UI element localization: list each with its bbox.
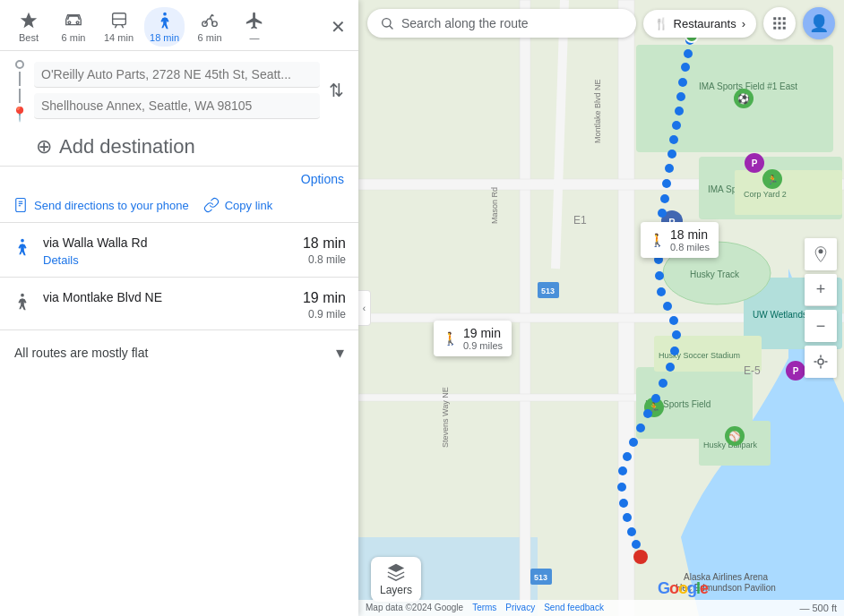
svg-point-113: [819, 249, 823, 253]
svg-point-82: [663, 302, 672, 311]
transport-mode-transit[interactable]: 14 min: [99, 7, 139, 47]
svg-point-93: [618, 466, 627, 475]
collapse-panel-button[interactable]: ‹: [358, 290, 371, 326]
zoom-out-button[interactable]: −: [805, 310, 837, 342]
svg-point-14: [21, 294, 24, 297]
footer-terms[interactable]: Terms: [472, 603, 496, 613]
route-item-2[interactable]: via Montlake Blvd NE 19 min 0.9 mile: [0, 278, 358, 330]
layers-button[interactable]: Layers: [371, 557, 421, 602]
footer-feedback[interactable]: Send feedback: [544, 603, 604, 613]
svg-point-70: [672, 121, 681, 130]
close-button[interactable]: ✕: [327, 13, 349, 41]
svg-point-67: [678, 78, 687, 87]
route-1-duration: 18 min: [303, 235, 346, 252]
add-icon: ⊕: [36, 135, 52, 158]
route-1-details-link[interactable]: Details: [43, 253, 79, 267]
user-avatar[interactable]: 👤: [803, 7, 835, 39]
svg-rect-112: [783, 27, 786, 30]
route-2-details: via Montlake Blvd NE: [43, 290, 292, 304]
flat-notice-text: All routes are mostly flat: [14, 346, 148, 360]
svg-point-68: [676, 92, 685, 101]
transport-mode-best[interactable]: Best: [9, 7, 48, 47]
svg-marker-0: [21, 13, 37, 28]
options-button[interactable]: Options: [301, 172, 344, 186]
svg-text:Husky Track: Husky Track: [690, 270, 740, 279]
swap-button[interactable]: ⇅: [325, 76, 348, 105]
svg-line-103: [390, 26, 392, 29]
svg-rect-106: [783, 17, 786, 20]
svg-text:513: 513: [541, 287, 555, 295]
send-directions-link[interactable]: Send directions to your phone: [13, 197, 189, 213]
primary-route-tooltip: 🚶 18 min 0.8 miles: [641, 222, 719, 258]
svg-point-81: [657, 287, 666, 296]
svg-text:⚾: ⚾: [728, 430, 741, 442]
secondary-route-tooltip: 🚶 19 min 0.9 miles: [434, 321, 512, 356]
add-destination-label: Add destination: [59, 135, 195, 158]
svg-point-76: [658, 209, 667, 218]
chevron-down-icon[interactable]: ▾: [336, 343, 344, 363]
walk-icon-2: [13, 292, 32, 315]
svg-point-85: [670, 346, 679, 355]
map-footer: Map data ©2024 Google Terms Privacy Send…: [358, 600, 844, 616]
svg-point-94: [617, 483, 626, 492]
route-1-time: 18 min 0.8 mile: [303, 235, 346, 266]
location-icon: [813, 354, 829, 370]
locate-me-button[interactable]: [805, 346, 837, 378]
actions-row: Send directions to your phone Copy link: [0, 192, 358, 223]
route-2-duration: 19 min: [303, 290, 346, 306]
svg-rect-104: [773, 17, 776, 20]
map-controls-right: + −: [805, 238, 837, 378]
dot-connector: [19, 72, 21, 86]
map-svg: IMA Sports Field #1 East IMA Sports Turf…: [358, 0, 844, 616]
walk-tooltip-icon: 🚶: [650, 233, 665, 247]
search-along-route[interactable]: Search along the route: [367, 9, 636, 38]
svg-rect-109: [783, 22, 786, 25]
svg-point-91: [629, 438, 638, 447]
svg-point-88: [651, 394, 660, 403]
zoom-in-button[interactable]: +: [805, 274, 837, 306]
tooltip-distance-2: 0.9 miles: [463, 340, 503, 351]
route-1-name: via Walla Walla Rd: [43, 235, 292, 250]
transport-bar: Best 6 min 14 min 18 min 6 min — ✕: [0, 0, 358, 51]
send-directions-label: Send directions to your phone: [34, 199, 189, 212]
copy-link-label: Copy link: [225, 199, 272, 212]
svg-rect-17: [618, 0, 634, 616]
streetview-button[interactable]: [805, 238, 837, 270]
svg-point-8: [211, 14, 213, 16]
svg-point-73: [665, 164, 674, 173]
origin-input[interactable]: [34, 62, 320, 88]
destination-input[interactable]: [34, 93, 320, 119]
fork-icon: 🍴: [654, 17, 668, 30]
route-item-1[interactable]: via Walla Walla Rd Details 18 min 0.8 mi…: [0, 223, 358, 278]
map-top-bar: Search along the route 🍴 Restaurants › 👤: [358, 0, 844, 47]
svg-point-92: [623, 452, 632, 461]
svg-point-89: [643, 409, 652, 418]
grid-menu-button[interactable]: [763, 7, 796, 39]
svg-point-97: [627, 527, 636, 536]
svg-text:UW Wetlands: UW Wetlands: [753, 310, 807, 320]
copy-link[interactable]: Copy link: [203, 197, 272, 213]
footer-text: Map data ©2024 Google: [366, 603, 463, 613]
transport-mode-bike[interactable]: 6 min: [190, 7, 229, 47]
transport-mode-walk[interactable]: 18 min: [144, 7, 185, 47]
svg-text:E-5: E-5: [744, 364, 761, 377]
footer-privacy[interactable]: Privacy: [505, 603, 535, 613]
add-destination[interactable]: ⊕ Add destination: [0, 130, 358, 166]
restaurants-chip[interactable]: 🍴 Restaurants ›: [643, 10, 756, 38]
svg-text:Corp Yard 2: Corp Yard 2: [744, 190, 787, 199]
svg-text:Montlake Blvd NE: Montlake Blvd NE: [593, 79, 602, 143]
transport-mode-flight[interactable]: —: [235, 7, 274, 47]
svg-text:513: 513: [534, 573, 547, 582]
route-1-details: via Walla Walla Rd Details: [43, 235, 292, 268]
svg-point-69: [675, 107, 684, 116]
layers-label: Layers: [380, 584, 412, 596]
svg-text:P: P: [752, 158, 758, 168]
svg-point-65: [684, 49, 693, 58]
left-panel: Best 6 min 14 min 18 min 6 min — ✕: [0, 0, 358, 616]
input-dots: 📍: [11, 58, 29, 123]
flat-notice[interactable]: All routes are mostly flat ▾: [0, 330, 358, 375]
map-area: IMA Sports Field #1 East IMA Sports Turf…: [358, 0, 844, 616]
scale-label: — 500 ft: [799, 603, 837, 613]
svg-text:Mason Rd: Mason Rd: [490, 187, 499, 224]
transport-mode-car[interactable]: 6 min: [54, 7, 93, 47]
